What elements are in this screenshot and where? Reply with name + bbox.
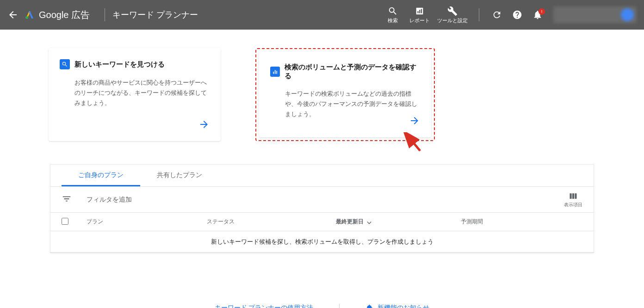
svg-rect-2 [417,11,418,13]
card-description: キーワードの検索ボリュームなどの過去の指標や、今後のパフォーマンスの予測データを… [270,89,420,119]
avatar [621,8,634,21]
highlighted-card-wrapper: 検索のボリュームと予測のデータを確認する キーワードの検索ボリュームなどの過去の… [255,48,435,141]
reports-label: レポート [409,17,430,24]
columns-button[interactable]: 表示項目 [564,191,582,208]
card-title: 検索のボリュームと予測のデータを確認する [285,63,420,80]
select-all-checkbox[interactable] [62,218,87,226]
svg-rect-4 [421,9,422,13]
tab-own-plans[interactable]: ご自身のプラン [62,164,140,186]
search-button[interactable]: 検索 [384,6,402,24]
notification-badge: ! [539,8,545,15]
vertical-divider [105,8,105,21]
card-description: お客様の商品やサービスに関心を持つユーザーへのリーチにつながる、キーワードの候補… [60,78,210,108]
svg-point-0 [25,16,28,19]
svg-rect-10 [570,193,572,199]
vertical-divider [339,304,340,308]
account-switcher[interactable] [553,6,637,23]
notifications-button[interactable]: ! [532,9,543,20]
svg-rect-5 [273,72,274,74]
discover-keywords-card[interactable]: 新しいキーワードを見つける お客様の商品やサービスに関心を持つユーザーへのリーチ… [49,48,221,141]
tab-shared-plans[interactable]: 共有したプラン [140,164,219,186]
help-button[interactable] [512,9,523,20]
search-volume-card[interactable]: 検索のボリュームと予測のデータを確認する キーワードの検索ボリュームなどの過去の… [259,52,431,137]
header-bar: Google 広告 キーワード プランナー 検索 レポート ツールと設定 ! [0,0,644,30]
google-ads-logo-icon [24,9,35,20]
changelog-link[interactable]: 新機能のお知らせ [358,304,437,308]
svg-rect-12 [575,193,576,199]
refresh-button[interactable] [491,9,502,20]
vertical-divider [479,8,479,21]
arrow-right-icon [198,119,210,132]
arrow-right-icon [409,115,420,128]
main-content: 新しいキーワードを見つける お客様の商品やサービスに関心を持つユーザーへのリーチ… [0,30,644,308]
column-plan[interactable]: プラン [87,218,207,226]
plans-panel: ご自身のプラン 共有したプラン フィルタを追加 表示項目 プラン ステータス 最… [50,164,594,253]
tools-button[interactable]: ツールと設定 [437,6,468,24]
column-updated[interactable]: 最終更新日 [336,218,461,226]
usage-guide-link[interactable]: キーワード プランナーの使用方法 [207,304,321,308]
tools-label: ツールと設定 [437,17,468,24]
column-status[interactable]: ステータス [207,218,336,226]
search-label: 検索 [388,17,398,24]
add-filter-button[interactable]: フィルタを追加 [87,196,132,204]
columns-label: 表示項目 [564,202,582,208]
column-forecast[interactable]: 予測期間 [461,218,582,226]
table-header-row: プラン ステータス 最終更新日 予測期間 [50,213,594,231]
product-name: Google 広告 [39,9,90,21]
card-title: 新しいキーワードを見つける [74,60,165,69]
tool-title: キーワード プランナー [112,9,198,20]
sort-down-icon [365,218,373,226]
empty-state-message: 新しいキーワード候補を探し、検索ボリュームを取得し、プランを作成しましょう [50,231,594,253]
megaphone-icon [365,304,374,308]
svg-rect-7 [276,71,277,74]
reports-button[interactable]: レポート [409,6,430,24]
filter-icon[interactable] [62,194,72,206]
bar-chart-card-icon [270,67,280,77]
footer-links: キーワード プランナーの使用方法 新機能のお知らせ [0,304,644,308]
back-arrow-icon[interactable] [7,9,19,20]
filter-bar: フィルタを追加 表示項目 [50,187,594,213]
svg-rect-3 [419,10,420,13]
tabs-row: ご自身のプラン 共有したプラン [50,165,594,187]
svg-rect-11 [572,193,574,199]
svg-rect-6 [275,70,276,74]
search-card-icon [60,59,70,69]
